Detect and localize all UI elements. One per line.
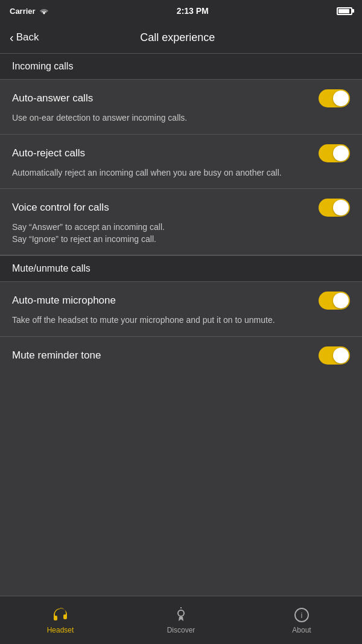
about-icon: i (293, 607, 310, 623)
page-title: Call experience (39, 31, 316, 44)
setting-label-auto-answer: Auto-answer calls (12, 92, 93, 104)
toggle-knob-mute-reminder (333, 348, 349, 363)
tab-discover-label: Discover (167, 626, 195, 634)
tab-bar: Headset Discover i About (0, 596, 362, 644)
tab-about-label: About (292, 626, 311, 634)
setting-label-auto-reject: Auto-reject calls (12, 147, 85, 159)
setting-item-mute-reminder: Mute reminder tone (0, 337, 362, 379)
main-content: Incoming calls Auto-answer calls Use on-… (0, 53, 362, 596)
svg-point-0 (178, 610, 184, 616)
setting-desc-voice-control: Say “Answer” to accept an incoming call.… (12, 222, 350, 245)
wifi-icon (39, 7, 49, 14)
setting-item-voice-control: Voice control for calls Say “Answer” to … (0, 189, 362, 255)
setting-item-auto-reject: Auto-reject calls Automatically reject a… (0, 135, 362, 190)
nav-bar: ‹ Back Call experience (0, 22, 362, 53)
toggle-mute-reminder[interactable] (319, 346, 350, 365)
setting-label-auto-mute: Auto-mute microphone (12, 295, 116, 307)
back-label: Back (16, 31, 39, 43)
toggle-auto-answer[interactable] (319, 89, 350, 107)
setting-item-auto-mute: Auto-mute microphone Take off the headse… (0, 282, 362, 337)
toggle-knob-auto-reject (333, 145, 349, 161)
status-battery (337, 7, 352, 15)
setting-item-auto-answer: Auto-answer calls Use on-ear detection t… (0, 80, 362, 135)
toggle-knob-auto-answer (333, 91, 349, 106)
svg-text:i: i (301, 611, 303, 620)
section-header-incoming-calls: Incoming calls (0, 53, 362, 80)
setting-label-voice-control: Voice control for calls (12, 202, 109, 214)
status-time: 2:13 PM (177, 6, 209, 16)
setting-desc-auto-mute: Take off the headset to mute your microp… (12, 314, 350, 327)
status-bar: Carrier 2:13 PM (0, 0, 362, 22)
setting-desc-auto-reject: Automatically reject an incoming call wh… (12, 167, 350, 179)
toggle-auto-reject[interactable] (319, 144, 350, 162)
tab-headset-label: Headset (47, 626, 74, 634)
setting-label-mute-reminder: Mute reminder tone (12, 349, 101, 362)
discover-icon (173, 607, 189, 623)
section-header-mute-unmute: Mute/unmute calls (0, 255, 362, 282)
battery-icon (337, 7, 352, 15)
tab-headset[interactable]: Headset (0, 602, 121, 639)
carrier-text: Carrier (10, 7, 36, 16)
back-chevron-icon: ‹ (10, 31, 14, 45)
toggle-auto-mute[interactable] (319, 292, 350, 310)
toggle-knob-auto-mute (333, 293, 349, 308)
tab-about[interactable]: i About (241, 602, 362, 639)
tab-discover[interactable]: Discover (121, 602, 241, 639)
status-carrier: Carrier (10, 7, 49, 16)
headset-icon (52, 607, 69, 623)
back-button[interactable]: ‹ Back (10, 31, 39, 45)
toggle-voice-control[interactable] (319, 199, 350, 217)
toggle-knob-voice-control (333, 200, 349, 215)
setting-desc-auto-answer: Use on-ear detection to answer incoming … (12, 112, 350, 124)
